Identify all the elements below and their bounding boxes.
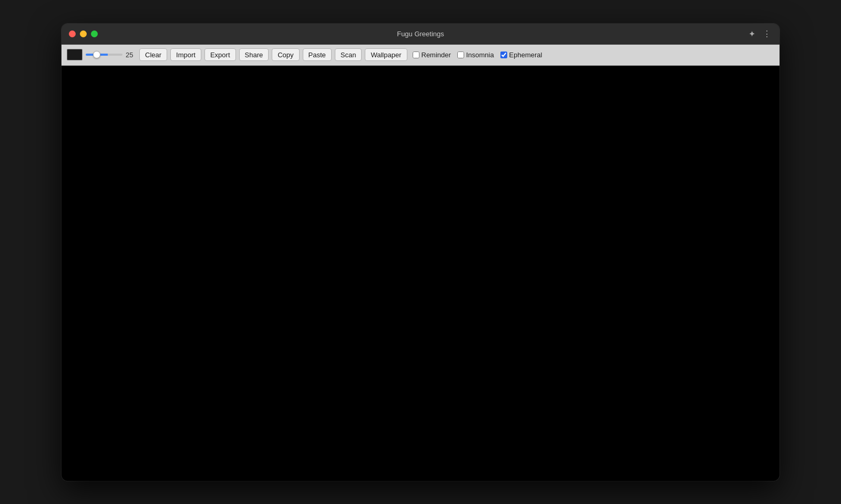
slider-container: 25: [86, 51, 136, 59]
import-button[interactable]: Import: [170, 48, 201, 61]
export-button[interactable]: Export: [204, 48, 236, 61]
color-swatch[interactable]: [67, 49, 83, 60]
scan-button[interactable]: Scan: [335, 48, 362, 61]
checkbox-group: Reminder Insomnia Ephemeral: [413, 51, 542, 59]
slider-value-label: 25: [126, 51, 136, 59]
maximize-button[interactable]: [91, 30, 98, 37]
insomnia-checkbox-label[interactable]: Insomnia: [457, 51, 494, 59]
paste-button[interactable]: Paste: [303, 48, 332, 61]
ephemeral-checkbox-label[interactable]: Ephemeral: [500, 51, 542, 59]
puzzle-icon-button[interactable]: ✦: [747, 28, 756, 40]
close-button[interactable]: [69, 30, 76, 37]
canvas-area[interactable]: [61, 66, 780, 481]
app-window: Fugu Greetings ✦ ⋮ 25 Clear Import Expor…: [61, 24, 780, 481]
reminder-checkbox[interactable]: [413, 52, 419, 58]
titlebar: Fugu Greetings ✦ ⋮: [61, 24, 780, 45]
ephemeral-checkbox[interactable]: [500, 52, 507, 58]
share-button[interactable]: Share: [239, 48, 269, 61]
reminder-label: Reminder: [422, 51, 451, 59]
ephemeral-label: Ephemeral: [509, 51, 542, 59]
wallpaper-button[interactable]: Wallpaper: [365, 48, 407, 61]
window-title: Fugu Greetings: [397, 30, 444, 38]
window-controls: [69, 30, 98, 37]
size-slider[interactable]: [86, 54, 122, 56]
minimize-button[interactable]: [80, 30, 87, 37]
clear-button[interactable]: Clear: [139, 48, 167, 61]
reminder-checkbox-label[interactable]: Reminder: [413, 51, 451, 59]
insomnia-checkbox[interactable]: [457, 52, 464, 58]
toolbar: 25 Clear Import Export Share Copy Paste …: [61, 45, 780, 66]
insomnia-label: Insomnia: [466, 51, 494, 59]
window-actions: ✦ ⋮: [747, 28, 772, 40]
copy-button[interactable]: Copy: [272, 48, 299, 61]
menu-icon-button[interactable]: ⋮: [762, 28, 772, 40]
